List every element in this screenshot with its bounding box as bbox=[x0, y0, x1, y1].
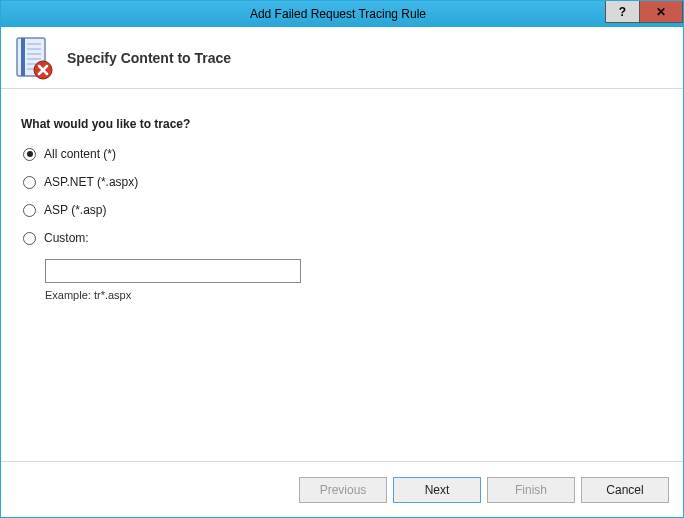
radio-icon bbox=[23, 176, 36, 189]
trace-notebook-icon bbox=[15, 36, 53, 80]
radio-icon bbox=[23, 232, 36, 245]
close-icon: ✕ bbox=[656, 5, 666, 19]
help-icon: ? bbox=[619, 5, 626, 19]
custom-pattern-input[interactable] bbox=[45, 259, 301, 283]
radio-label-asp: ASP (*.asp) bbox=[44, 203, 106, 217]
radio-asp[interactable]: ASP (*.asp) bbox=[23, 203, 663, 217]
titlebar: Add Failed Request Tracing Rule ? ✕ bbox=[1, 1, 683, 27]
cancel-button[interactable]: Cancel bbox=[581, 477, 669, 503]
wizard-header: Specify Content to Trace bbox=[1, 27, 683, 89]
next-button[interactable]: Next bbox=[393, 477, 481, 503]
wizard-footer: Previous Next Finish Cancel bbox=[1, 461, 683, 517]
radio-label-all: All content (*) bbox=[44, 147, 116, 161]
prompt-label: What would you like to trace? bbox=[21, 117, 663, 131]
page-title: Specify Content to Trace bbox=[67, 50, 231, 66]
radio-custom[interactable]: Custom: bbox=[23, 231, 663, 245]
previous-button: Previous bbox=[299, 477, 387, 503]
example-label: Example: tr*.aspx bbox=[45, 289, 663, 301]
close-button[interactable]: ✕ bbox=[639, 1, 683, 23]
custom-block: Example: tr*.aspx bbox=[45, 259, 663, 301]
radio-label-custom: Custom: bbox=[44, 231, 89, 245]
radio-icon bbox=[23, 148, 36, 161]
wizard-content: What would you like to trace? All conten… bbox=[1, 89, 683, 461]
radio-aspnet[interactable]: ASP.NET (*.aspx) bbox=[23, 175, 663, 189]
radio-all-content[interactable]: All content (*) bbox=[23, 147, 663, 161]
radio-label-aspnet: ASP.NET (*.aspx) bbox=[44, 175, 138, 189]
radio-icon bbox=[23, 204, 36, 217]
help-button[interactable]: ? bbox=[605, 1, 639, 23]
titlebar-buttons: ? ✕ bbox=[605, 1, 683, 27]
finish-button: Finish bbox=[487, 477, 575, 503]
window-title: Add Failed Request Tracing Rule bbox=[1, 7, 605, 21]
svg-rect-1 bbox=[21, 38, 25, 76]
